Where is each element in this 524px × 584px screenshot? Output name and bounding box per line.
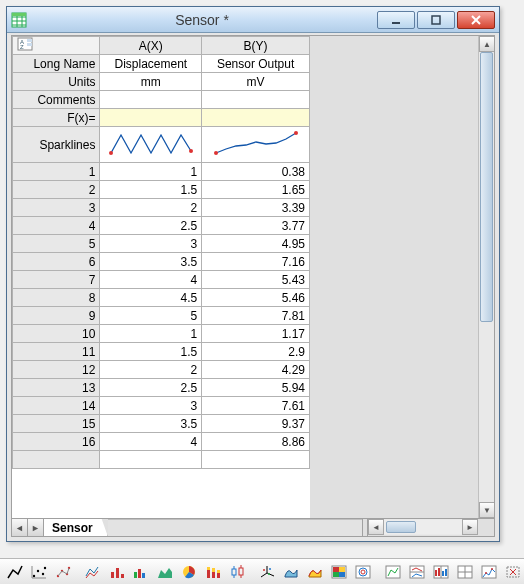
fx-A[interactable] [100,109,202,127]
data-cell[interactable] [100,451,202,469]
box-plot-button[interactable] [228,562,246,582]
units-B[interactable]: mV [202,73,310,91]
data-cell[interactable] [202,451,310,469]
data-cell-A[interactable]: 2 [100,199,202,217]
matrix-plot-button[interactable] [354,562,372,582]
longname-A[interactable]: Displacement [100,55,202,73]
col-header-A[interactable]: A(X) [100,37,202,55]
row-label-comments[interactable]: Comments [13,91,100,109]
scroll-right-button[interactable]: ► [462,519,478,535]
data-cell-B[interactable]: 4.29 [202,361,310,379]
data-cell-B[interactable]: 5.43 [202,271,310,289]
units-A[interactable]: mm [100,73,202,91]
bar-plot-button[interactable] [132,562,150,582]
worksheet-grid[interactable]: AZ A(X) B(Y) Long Name Displacement Sens… [12,36,310,518]
data-cell-A[interactable]: 4 [100,271,202,289]
data-cell-B[interactable]: 4.95 [202,235,310,253]
row-label-longname[interactable]: Long Name [13,55,100,73]
data-cell-B[interactable]: 9.37 [202,415,310,433]
3d-surface-color-button[interactable] [306,562,324,582]
data-cell-B[interactable]: 7.81 [202,307,310,325]
row-header[interactable]: 5 [13,235,100,253]
data-cell-B[interactable]: 0.38 [202,163,310,181]
data-cell-A[interactable]: 3.5 [100,415,202,433]
row-header[interactable]: 14 [13,397,100,415]
scroll-thumb[interactable] [480,52,493,322]
template1-button[interactable] [384,562,402,582]
row-header[interactable]: 11 [13,343,100,361]
close-button[interactable] [457,11,495,29]
scroll-up-button[interactable]: ▲ [479,36,494,52]
scroll-down-button[interactable]: ▼ [479,502,494,518]
sparkline-B[interactable] [202,127,310,163]
row-header[interactable]: 9 [13,307,100,325]
tab-next-button[interactable]: ► [28,519,44,536]
data-cell-A[interactable]: 3 [100,235,202,253]
sheet-tab[interactable]: Sensor [44,519,108,536]
sparkline-A[interactable] [100,127,202,163]
scatter-plot1-button[interactable] [30,562,48,582]
data-cell-A[interactable]: 1 [100,325,202,343]
data-cell-B[interactable]: 1.17 [202,325,310,343]
row-label-sparklines[interactable]: Sparklines [13,127,100,163]
data-cell-A[interactable]: 1.5 [100,181,202,199]
row-header[interactable]: 6 [13,253,100,271]
row-header[interactable]: 12 [13,361,100,379]
line-series-button[interactable] [84,562,102,582]
column-plot-button[interactable] [108,562,126,582]
vertical-scrollbar[interactable]: ▲ ▼ [478,36,494,518]
maximize-button[interactable] [417,11,455,29]
data-cell-A[interactable]: 3.5 [100,253,202,271]
row-header[interactable]: 1 [13,163,100,181]
scroll-track[interactable] [479,52,494,502]
line-plot-button[interactable] [6,562,24,582]
pie-plot-button[interactable] [180,562,198,582]
stacked-plot-button[interactable] [204,562,222,582]
row-header[interactable]: 10 [13,325,100,343]
row-header[interactable] [13,451,100,469]
minimize-button[interactable] [377,11,415,29]
row-header[interactable]: 15 [13,415,100,433]
data-cell-B[interactable]: 5.46 [202,289,310,307]
row-label-units[interactable]: Units [13,73,100,91]
data-cell-A[interactable]: 5 [100,307,202,325]
scroll-left-button[interactable]: ◄ [368,519,384,535]
blank-area[interactable] [310,36,478,518]
template2-button[interactable] [408,562,426,582]
data-cell-B[interactable]: 5.94 [202,379,310,397]
longname-B[interactable]: Sensor Output [202,55,310,73]
corner-cell[interactable]: AZ [13,37,100,55]
scatter-plot2-button[interactable] [54,562,72,582]
mask-tool-button[interactable] [504,562,522,582]
image-plot-button[interactable] [330,562,348,582]
tab-spacer[interactable] [108,519,362,536]
data-cell-B[interactable]: 2.9 [202,343,310,361]
template4-button[interactable] [456,562,474,582]
row-header[interactable]: 4 [13,217,100,235]
comments-B[interactable] [202,91,310,109]
row-label-fx[interactable]: F(x)= [13,109,100,127]
3d-xyz-button[interactable] [258,562,276,582]
row-header[interactable]: 8 [13,289,100,307]
data-cell-B[interactable]: 7.61 [202,397,310,415]
data-cell-B[interactable]: 3.39 [202,199,310,217]
data-cell-A[interactable]: 2.5 [100,217,202,235]
titlebar[interactable]: Sensor * [7,7,499,33]
data-cell-A[interactable]: 3 [100,397,202,415]
data-cell-A[interactable]: 4 [100,433,202,451]
data-cell-A[interactable]: 1.5 [100,343,202,361]
data-cell-A[interactable]: 2.5 [100,379,202,397]
fx-B[interactable] [202,109,310,127]
horizontal-scrollbar[interactable]: ◄ ► [368,519,478,535]
hscroll-track[interactable] [384,520,462,534]
data-cell-B[interactable]: 8.86 [202,433,310,451]
resize-grip[interactable] [478,519,494,535]
comments-A[interactable] [100,91,202,109]
hscroll-thumb[interactable] [386,521,416,533]
row-header[interactable]: 7 [13,271,100,289]
row-header[interactable]: 2 [13,181,100,199]
tab-prev-button[interactable]: ◄ [12,519,28,536]
data-cell-B[interactable]: 1.65 [202,181,310,199]
data-cell-A[interactable]: 4.5 [100,289,202,307]
template5-button[interactable] [480,562,498,582]
